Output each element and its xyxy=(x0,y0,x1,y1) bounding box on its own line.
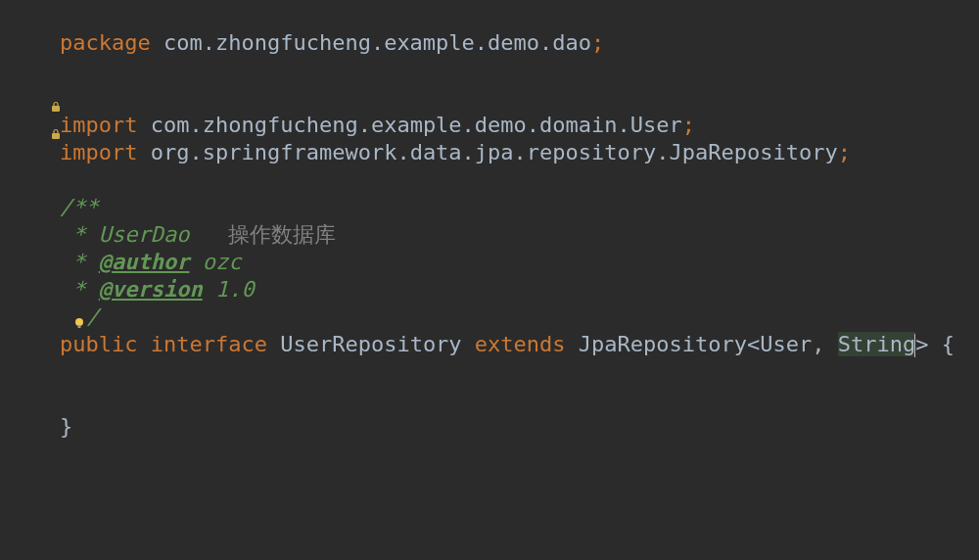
code-line-import[interactable]: import com.zhongfucheng.example.demo.dom… xyxy=(0,57,979,84)
close-brace: } xyxy=(60,414,72,439)
lock-icon xyxy=(0,65,10,76)
javadoc-line[interactable]: * @author ozc xyxy=(0,221,979,249)
code-line-package[interactable]: package com.zhongfucheng.example.demo.da… xyxy=(0,2,979,29)
javadoc-line[interactable]: * UserDao 操作数据库 xyxy=(0,194,979,221)
code-line-empty[interactable] xyxy=(0,29,979,57)
code-line-close[interactable]: } xyxy=(0,386,979,413)
code-line-import[interactable]: import org.springframework.data.jpa.repo… xyxy=(0,84,979,112)
lock-icon xyxy=(0,92,10,104)
code-line-declaration[interactable]: public interface UserRepository extends … xyxy=(0,303,979,331)
code-line-empty[interactable] xyxy=(0,139,979,166)
code-line-empty[interactable] xyxy=(0,331,979,358)
javadoc-open[interactable]: /** xyxy=(0,166,979,194)
javadoc-line[interactable]: * @version 1.0 xyxy=(0,249,979,276)
code-line-empty[interactable] xyxy=(0,358,979,386)
javadoc-close[interactable]: / xyxy=(0,276,979,303)
code-line-empty[interactable] xyxy=(0,112,979,139)
